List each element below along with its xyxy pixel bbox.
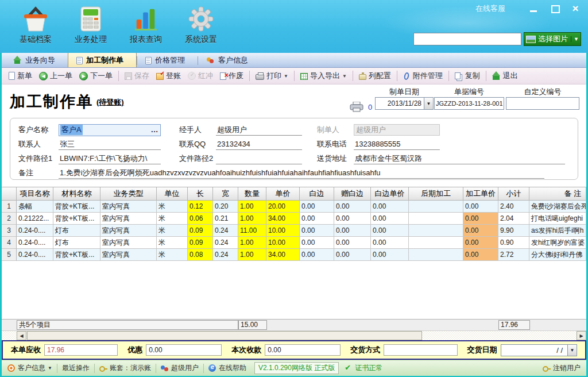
- table-cell[interactable]: 10.00: [266, 237, 300, 249]
- scrollbar-thumb[interactable]: [27, 331, 422, 340]
- tab-customer-info[interactable]: 客户信息: [198, 53, 261, 67]
- table-cell[interactable]: 0.08: [188, 249, 213, 261]
- table-cell[interactable]: 0.00: [334, 225, 371, 237]
- table-cell[interactable]: 0.00: [463, 201, 498, 213]
- column-header[interactable]: 宽: [213, 187, 238, 201]
- column-header[interactable]: 材料名称: [53, 187, 100, 201]
- column-config-button[interactable]: 列配置: [355, 70, 394, 82]
- table-cell[interactable]: 室内写真: [100, 213, 157, 225]
- table-cell[interactable]: 米: [157, 213, 188, 225]
- table-cell[interactable]: 20.00: [266, 201, 300, 213]
- table-cell[interactable]: 0.00: [371, 249, 409, 261]
- dropdown-arrow-icon[interactable]: ▼: [571, 36, 579, 42]
- table-cell[interactable]: 0.00: [300, 213, 334, 225]
- minimize-icon[interactable]: [527, 3, 541, 14]
- table-cell[interactable]: 0.00: [371, 213, 409, 225]
- close-icon[interactable]: ×: [568, 3, 582, 14]
- table-cell[interactable]: 灯布: [53, 237, 100, 249]
- discount-field[interactable]: 0.00: [146, 344, 222, 356]
- table-cell[interactable]: 0.24-0....: [17, 249, 53, 261]
- address-field[interactable]: 成都市金牛区蜀汉路: [354, 153, 565, 164]
- nav-basic-files[interactable]: 基础档案: [8, 3, 63, 45]
- order-no-field[interactable]: JGZZD-2013-11-28-001: [434, 97, 504, 110]
- table-cell[interactable]: 1.00: [238, 201, 266, 213]
- table-cell[interactable]: 米: [157, 249, 188, 261]
- column-header[interactable]: 加工单价: [463, 187, 498, 201]
- import-export-button[interactable]: 导入导出▼: [297, 70, 350, 82]
- table-cell[interactable]: 背胶+KT板...: [53, 201, 100, 213]
- table-cell[interactable]: [409, 225, 463, 237]
- nav-settings[interactable]: 系统设置: [173, 3, 229, 45]
- nav-reports[interactable]: 报表查询: [118, 3, 173, 45]
- horizontal-scrollbar[interactable]: ◀ ▶: [2, 330, 586, 340]
- table-cell[interactable]: 米: [157, 225, 188, 237]
- copy-button[interactable]: 复制: [451, 70, 483, 82]
- table-cell[interactable]: 分大佛i好i和丹佛: [529, 249, 586, 261]
- table-cell[interactable]: 0.00: [300, 201, 334, 213]
- table-cell[interactable]: 0.00: [334, 201, 371, 213]
- table-cell[interactable]: 0.24: [213, 237, 238, 249]
- handler-field[interactable]: 超级用户: [216, 124, 302, 136]
- delivery-method-field[interactable]: [384, 344, 457, 356]
- note-field[interactable]: 1.免费i沙湖赛后会死啊烦死uadhzvzxvzvzvzvuahfoaihuiz…: [59, 167, 544, 179]
- table-cell[interactable]: 0.24: [213, 225, 238, 237]
- column-header[interactable]: [2, 187, 17, 201]
- select-image-button[interactable]: 选择图片 ▼: [524, 32, 581, 46]
- tab-price-management[interactable]: 价格管理: [137, 53, 198, 67]
- column-header[interactable]: 白边: [300, 187, 334, 201]
- table-cell[interactable]: 0.24-0....: [17, 237, 53, 249]
- table-cell[interactable]: 灯布: [53, 225, 100, 237]
- paid-field[interactable]: 0.00: [265, 344, 341, 356]
- customer-info-button[interactable]: 客户信息▼: [7, 363, 52, 373]
- online-service-link[interactable]: 在线客服: [475, 3, 505, 14]
- table-cell[interactable]: 室内写真: [100, 225, 157, 237]
- void-button[interactable]: 作废: [216, 70, 247, 82]
- table-cell[interactable]: [409, 201, 463, 213]
- column-header[interactable]: 赠白边: [334, 187, 371, 201]
- table-cell[interactable]: 2.72: [498, 249, 529, 261]
- delivery-date-select[interactable]: / / ▼: [501, 344, 577, 356]
- table-cell[interactable]: 0.00: [371, 237, 409, 249]
- tab-processing-order[interactable]: 加工制作单: [68, 52, 137, 67]
- table-cell[interactable]: 0.00: [463, 225, 498, 237]
- recent-actions-button[interactable]: 最近操作: [62, 363, 90, 373]
- table-cell[interactable]: [409, 249, 463, 261]
- column-header[interactable]: 长: [188, 187, 213, 201]
- new-order-button[interactable]: 新单: [5, 70, 36, 82]
- custom-no-field[interactable]: [506, 97, 579, 110]
- column-header[interactable]: 单位: [157, 187, 188, 201]
- table-cell[interactable]: 2.04: [498, 213, 529, 225]
- more-button[interactable]: …: [149, 125, 160, 136]
- register-button[interactable]: 登账: [153, 70, 184, 82]
- logout-button[interactable]: 注销用户: [543, 363, 581, 373]
- table-cell[interactable]: 0.90: [498, 237, 529, 249]
- table-cell[interactable]: 0.00: [300, 249, 334, 261]
- table-cell[interactable]: 免费i沙湖赛后会死: [529, 201, 586, 213]
- qq-field[interactable]: 23132434: [216, 139, 302, 150]
- table-cell[interactable]: 0.00: [334, 249, 371, 261]
- table-cell[interactable]: 9.90: [498, 225, 529, 237]
- column-header[interactable]: 单价: [266, 187, 300, 201]
- table-cell[interactable]: 2.40: [498, 201, 529, 213]
- column-header[interactable]: 后期加工: [409, 187, 463, 201]
- table-cell[interactable]: 10.00: [266, 225, 300, 237]
- table-cell[interactable]: 34.00: [266, 213, 300, 225]
- attachment-button[interactable]: 附件管理: [400, 70, 446, 82]
- table-cell[interactable]: 0.00: [463, 213, 498, 225]
- exit-button[interactable]: 退出: [489, 70, 521, 82]
- column-header[interactable]: 白边单价: [371, 187, 409, 201]
- table-cell[interactable]: 0.20: [213, 201, 238, 213]
- table-cell[interactable]: 室内写真: [100, 201, 157, 213]
- table-cell[interactable]: 0.12: [188, 201, 213, 213]
- order-date-select[interactable]: 2013/11/28 ▼: [375, 97, 434, 110]
- table-cell[interactable]: 0.09: [188, 237, 213, 249]
- table-cell[interactable]: 米: [157, 201, 188, 213]
- column-header[interactable]: 数量: [238, 187, 266, 201]
- column-header[interactable]: 项目名称: [17, 187, 53, 201]
- table-cell[interactable]: 0.21: [213, 213, 238, 225]
- file-path1-field[interactable]: LBWIN7:F:\工作\飞扬动力\: [59, 153, 161, 164]
- phone-field[interactable]: 13238885555: [354, 139, 440, 150]
- table-cell[interactable]: 0.21222...: [17, 213, 53, 225]
- table-cell[interactable]: 0.00: [334, 237, 371, 249]
- table-cell[interactable]: 打电话噶uigfeghi: [529, 213, 586, 225]
